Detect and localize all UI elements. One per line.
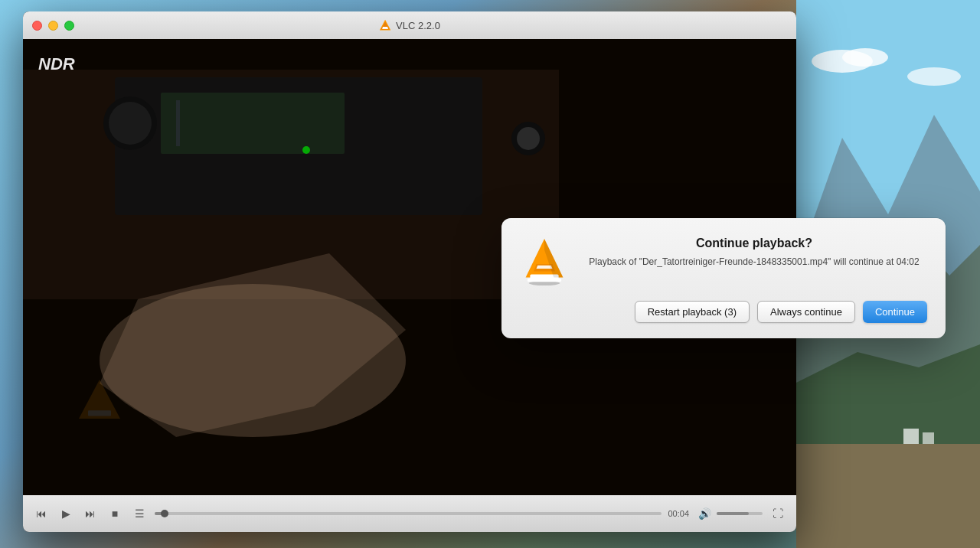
svg-rect-5 [903, 429, 919, 444]
volume-fill [717, 512, 749, 515]
progress-bar[interactable] [155, 512, 662, 515]
svg-point-22 [302, 146, 310, 154]
title-bar: VLC 2.2.0 [23, 11, 796, 39]
minimize-button[interactable] [48, 21, 58, 31]
window-title: VLC 2.2.0 [379, 19, 440, 31]
volume-control: 🔊 [695, 504, 763, 523]
control-bar: ⏮ ▶ ⏭ ■ ☰ 00:04 🔊 ⛶ [23, 495, 796, 532]
fast-forward-button[interactable]: ⏭ [81, 504, 100, 523]
svg-rect-23 [176, 100, 180, 146]
svg-point-19 [109, 102, 152, 145]
fullscreen-button[interactable]: ⛶ [769, 504, 787, 523]
restart-playback-button[interactable]: Restart playback (3) [635, 301, 750, 323]
svg-rect-34 [528, 279, 561, 282]
maximize-button[interactable] [64, 21, 74, 31]
stop-button[interactable]: ■ [106, 504, 124, 523]
progress-thumb [161, 510, 168, 517]
vlc-watermark [77, 377, 122, 426]
svg-point-21 [517, 127, 540, 150]
svg-point-9 [907, 67, 961, 86]
time-display: 00:04 [668, 509, 689, 518]
ndr-logo: NDR [38, 54, 75, 74]
dialog-buttons: Restart playback (3) Always continue Con… [520, 301, 927, 323]
continue-button[interactable]: Continue [863, 301, 927, 323]
rewind-button[interactable]: ⏮ [32, 504, 51, 523]
continue-playback-dialog: Continue playback? Playback of "Der_Tato… [501, 218, 946, 338]
svg-point-8 [842, 48, 888, 67]
title-text: VLC 2.2.0 [396, 20, 440, 31]
svg-rect-17 [161, 93, 345, 154]
dialog-title: Continue playback? [581, 236, 927, 250]
volume-icon[interactable]: 🔊 [695, 504, 714, 523]
close-button[interactable] [32, 21, 42, 31]
vlc-title-icon [379, 19, 391, 31]
dialog-text-content: Continue playback? Playback of "Der_Tato… [581, 236, 927, 269]
play-button[interactable]: ▶ [57, 504, 75, 523]
volume-slider[interactable] [717, 512, 763, 515]
svg-rect-13 [382, 28, 388, 29]
playlist-button[interactable]: ☰ [130, 504, 149, 523]
svg-rect-4 [796, 444, 980, 548]
window-buttons [32, 21, 74, 31]
svg-rect-6 [923, 432, 934, 444]
vlc-cone-icon [520, 236, 569, 285]
dialog-message: Playback of "Der_Tatort­reiniger-Freunde… [581, 255, 927, 269]
always-continue-button[interactable]: Always continue [757, 301, 855, 323]
dialog-header: Continue playback? Playback of "Der_Tato… [520, 236, 927, 285]
svg-rect-27 [88, 410, 111, 416]
